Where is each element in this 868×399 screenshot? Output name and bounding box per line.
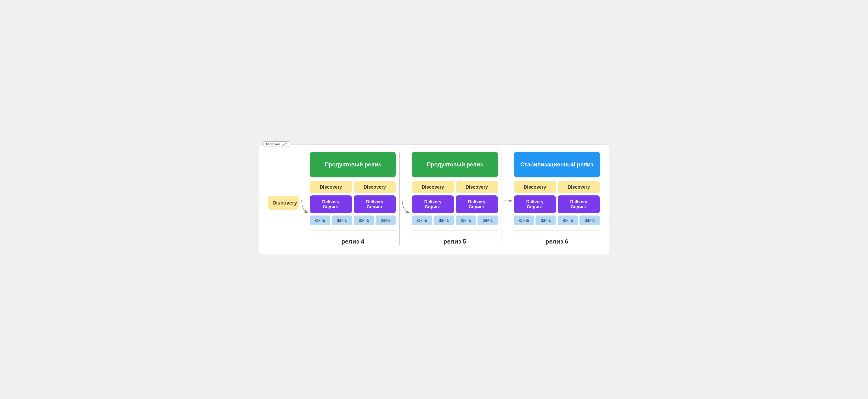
rel5-features1: фича фича bbox=[412, 215, 454, 225]
rel6-features1: фича фича bbox=[514, 215, 556, 225]
rel4-label: релиз 4 bbox=[341, 238, 364, 245]
arrow-rel4-to-rel5 bbox=[401, 152, 411, 216]
rel6-feature2: фича bbox=[535, 215, 556, 225]
arrow-left-to-rel4 bbox=[301, 152, 310, 216]
rel4-discovery1: Discovery bbox=[310, 181, 352, 193]
main-container: Релизный цикл Discovery Продуктовый рели… bbox=[259, 144, 609, 255]
rel5-feature2: фича bbox=[434, 215, 454, 225]
rel6-label: релиз 6 bbox=[546, 238, 568, 245]
rel5-discovery2: Discovery bbox=[456, 181, 498, 193]
rel5-discovery1: Discovery bbox=[412, 181, 454, 193]
rel4-feature1: фича bbox=[310, 215, 330, 225]
rel4-col1: Discovery DeliveryСпринт фича фича bbox=[310, 181, 352, 225]
rel4-delivery1: DeliveryСпринт bbox=[310, 195, 352, 213]
rel5-features2: фича фича bbox=[456, 215, 498, 225]
rel4-header: Продуктовый релиз bbox=[310, 152, 396, 177]
rel6-feature4: фича bbox=[580, 215, 600, 225]
rel6-col2: Discovery DeliveryСпринт фича фича bbox=[558, 181, 600, 225]
rel4-feature3: фича bbox=[354, 215, 374, 225]
rel5-col2: Discovery DeliveryСпринт фича фича bbox=[456, 181, 498, 225]
rel5-feature1: фича bbox=[412, 215, 432, 225]
rel5-pair: Discovery DeliveryСпринт фича фича Disco… bbox=[412, 181, 498, 225]
release-6-group: Стабилизационный релиз Discovery Deliver… bbox=[514, 152, 600, 245]
rel6-header: Стабилизационный релиз bbox=[514, 152, 600, 177]
rel5-delivery1: DeliveryСпринт bbox=[412, 195, 454, 213]
rel4-features2: фича фича bbox=[354, 215, 396, 225]
rel6-col1: Discovery DeliveryСпринт фича фича bbox=[514, 181, 556, 225]
rel4-feature2: фича bbox=[332, 215, 352, 225]
arrow-rel5-to-rel6 bbox=[503, 152, 514, 204]
left-discovery-box: Discovery bbox=[268, 196, 299, 210]
title-badge: Релизный цикл bbox=[264, 141, 290, 147]
rel5-delivery2: DeliveryСпринт bbox=[456, 195, 498, 213]
rel6-discovery1: Discovery bbox=[514, 181, 556, 193]
rel4-discovery2: Discovery bbox=[354, 181, 396, 193]
rel6-discovery2: Discovery bbox=[558, 181, 600, 193]
rel5-col1: Discovery DeliveryСпринт фича фича bbox=[412, 181, 454, 225]
rel5-header: Продуктовый релиз bbox=[412, 152, 498, 177]
release-5-group: Продуктовый релиз Discovery DeliveryСпри… bbox=[412, 152, 502, 245]
rel5-feature4: фича bbox=[477, 215, 498, 225]
release-4-group: Продуктовый релиз Discovery DeliveryСпри… bbox=[310, 152, 400, 245]
rel4-feature4: фича bbox=[376, 215, 396, 225]
rel6-feature3: фича bbox=[558, 215, 578, 225]
rel4-delivery2: DeliveryСпринт bbox=[354, 195, 396, 213]
rel6-delivery2: DeliveryСпринт bbox=[558, 195, 600, 213]
rel6-feature1: фича bbox=[514, 215, 534, 225]
rel6-pair: Discovery DeliveryСпринт фича фича Disco… bbox=[514, 181, 600, 225]
rel4-features1: фича фича bbox=[310, 215, 352, 225]
rel6-delivery1: DeliveryСпринт bbox=[514, 195, 556, 213]
rel4-pair: Discovery DeliveryСпринт фича фича Disco… bbox=[310, 181, 396, 225]
rel6-features2: фича фича bbox=[558, 215, 600, 225]
rel5-feature3: фича bbox=[456, 215, 476, 225]
left-discovery-col: Discovery bbox=[268, 152, 299, 210]
rel4-col2: Discovery DeliveryСпринт фича фича bbox=[354, 181, 396, 225]
rel5-label: релиз 5 bbox=[443, 238, 466, 245]
